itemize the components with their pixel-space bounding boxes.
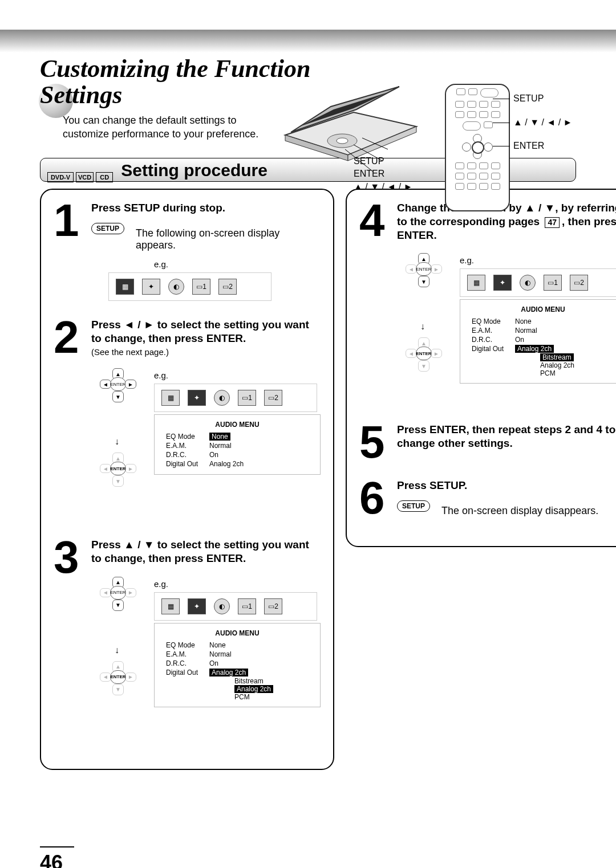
- enter-key-icon: ENTER: [110, 462, 126, 475]
- menu-icon: ✦: [188, 390, 206, 406]
- menu-icon: ✦: [142, 279, 160, 295]
- device-label-arrows: ▲ / ▼ / ◄ / ►: [354, 181, 412, 193]
- menu-icon: ◐: [520, 275, 536, 291]
- menu-value-selected: Analog 2ch: [209, 669, 248, 677]
- menu-key: EQ Mode: [466, 317, 509, 326]
- step-3-eg: e.g.: [154, 579, 321, 589]
- step-5-instruction: Press ENTER, then repeat steps 2 and 4 t…: [397, 423, 616, 450]
- menu-icon: ▦: [116, 279, 134, 295]
- step-4-audio-menu: AUDIO MENU EQ ModeNone E.A.M.Normal D.R.…: [460, 299, 616, 384]
- step-3: 3 Press ▲ / ▼ to select the setting you …: [54, 538, 321, 730]
- nav-cross-icon: ▲◄ ENTER ►▼: [94, 368, 140, 431]
- menu-key: D.R.C.: [160, 450, 204, 459]
- setup-button-icon: SETUP: [91, 223, 124, 234]
- step-4-menu-icons: ▦ ✦ ◐ ▭1 ▭2: [460, 268, 616, 297]
- nav-cross-enter-icon: ▲◄ ENTER ►▼: [400, 337, 445, 400]
- step-4-suboptions: Bitstream Analog 2ch PCM: [540, 353, 616, 377]
- enter-key-icon: ENTER: [110, 377, 126, 391]
- step-2-audio-menu: AUDIO MENU EQ ModeNone E.A.M.Normal D.R.…: [154, 414, 321, 475]
- menu-key: D.R.C.: [466, 335, 509, 344]
- menu-icon: ▭1: [192, 279, 210, 295]
- step-1-eg: e.g.: [154, 259, 321, 269]
- menu-key: EQ Mode: [160, 432, 204, 441]
- menu-icon: ▭1: [238, 598, 256, 614]
- step-4-number: 4: [359, 201, 390, 406]
- menu-icon: ▭2: [264, 390, 282, 406]
- steps-right-column: 4 Change the selection by ▲ / ▼, by refe…: [346, 189, 616, 547]
- menu-icon: ▭2: [218, 279, 237, 295]
- page-reference: 47: [545, 217, 560, 229]
- step-6-text: The on-screen display disappears.: [441, 505, 598, 517]
- menu-value: Normal: [204, 441, 249, 450]
- menu-key: E.A.M.: [466, 326, 509, 335]
- device-callouts: SETUP ENTER ▲ / ▼ / ◄ / ►: [354, 155, 412, 193]
- menu-value: On: [204, 659, 254, 668]
- page-title: Customizing the Function Settings: [40, 56, 576, 108]
- menu-value-selected: None: [209, 433, 230, 441]
- step-1-number: 1: [54, 201, 84, 301]
- step-1-menu-icons: ▦ ✦ ◐ ▭1 ▭2: [108, 272, 271, 301]
- menu-key: EQ Mode: [160, 641, 204, 650]
- sub-option-selected: Analog 2ch: [234, 685, 273, 693]
- step-3-number: 3: [54, 538, 84, 730]
- menu-icon: ▦: [161, 390, 180, 406]
- sub-option: Bitstream: [234, 677, 314, 685]
- enter-key-icon: ENTER: [110, 586, 126, 600]
- arrow-down-icon: [91, 645, 143, 655]
- menu-key: E.A.M.: [160, 650, 204, 659]
- step-3-suboptions: Bitstream Analog 2ch PCM: [234, 677, 314, 701]
- remote-label-arrows: ▲ / ▼ / ◄ / ►: [513, 111, 572, 135]
- disc-badges: DVD-V VCD CD: [47, 172, 113, 182]
- menu-value: On: [509, 335, 560, 344]
- setup-button-icon: SETUP: [397, 500, 430, 512]
- menu-key: Digital Out: [466, 344, 509, 353]
- step-2-number: 2: [54, 318, 84, 521]
- step-2-menu-icons: ▦ ✦ ◐ ▭1 ▭2: [154, 384, 317, 412]
- svg-point-6: [337, 138, 348, 144]
- badge-dvd: DVD-V: [47, 172, 74, 182]
- menu-value: Analog 2ch: [204, 459, 249, 468]
- audio-menu-title: AUDIO MENU: [160, 421, 314, 429]
- step-4-eg: e.g.: [460, 255, 616, 265]
- badge-vcd: VCD: [76, 172, 94, 182]
- step-2: 2 Press ◄ / ► to select the setting you …: [54, 318, 321, 521]
- menu-key: Digital Out: [160, 459, 204, 468]
- menu-icon: ✦: [493, 275, 512, 291]
- step-3-menu-icons: ▦ ✦ ◐ ▭1 ▭2: [154, 592, 317, 621]
- remote-label-enter: ENTER: [513, 134, 572, 158]
- step-4: 4 Change the selection by ▲ / ▼, by refe…: [359, 201, 616, 406]
- step-5-number: 5: [359, 423, 390, 462]
- menu-key: D.R.C.: [160, 659, 204, 668]
- menu-value: None: [204, 641, 254, 650]
- step-2-note: (See the next page.): [91, 347, 321, 357]
- step-1-instruction: Press SETUP during stop.: [91, 201, 321, 215]
- sub-option: PCM: [234, 693, 314, 701]
- menu-icon: ✦: [188, 598, 206, 614]
- nav-cross-enter-icon: ▲◄ ENTER ►▼: [94, 661, 140, 724]
- menu-value: Normal: [509, 326, 560, 335]
- menu-icon: ▭1: [544, 275, 562, 291]
- step-3-instruction: Press ▲ / ▼ to select the setting you wa…: [91, 538, 321, 565]
- menu-icon: ▦: [467, 275, 485, 291]
- arrow-down-icon: [91, 437, 143, 447]
- sub-option: Analog 2ch: [540, 361, 616, 369]
- step-3-audio-menu: AUDIO MENU EQ ModeNone E.A.M.Normal D.R.…: [154, 623, 321, 707]
- step-6-number: 6: [359, 479, 390, 517]
- menu-value: On: [204, 450, 249, 459]
- menu-value: None: [509, 317, 560, 326]
- menu-icon: ▦: [161, 598, 180, 614]
- nav-cross-enter-icon: ▲◄ ENTER ►▼: [94, 453, 140, 515]
- step-2-eg: e.g.: [154, 370, 321, 380]
- sub-option: PCM: [540, 369, 616, 377]
- step-2-instruction: Press ◄ / ► to select the setting you wa…: [91, 318, 321, 345]
- step-6-instruction: Press SETUP.: [397, 479, 616, 492]
- nav-cross-icon: ▲◄ ENTER ►▼: [94, 577, 140, 639]
- device-label-enter: ENTER: [354, 168, 412, 180]
- step-6: 6 Press SETUP. SETUP The on-screen displ…: [359, 479, 616, 517]
- menu-value-selected: Analog 2ch: [515, 345, 554, 353]
- step-5: 5 Press ENTER, then repeat steps 2 and 4…: [359, 423, 616, 462]
- enter-key-icon: ENTER: [416, 262, 432, 276]
- arrow-down-icon: [397, 321, 448, 332]
- menu-value: Normal: [204, 650, 254, 659]
- nav-cross-icon: ▲◄ ENTER ►▼: [400, 253, 445, 316]
